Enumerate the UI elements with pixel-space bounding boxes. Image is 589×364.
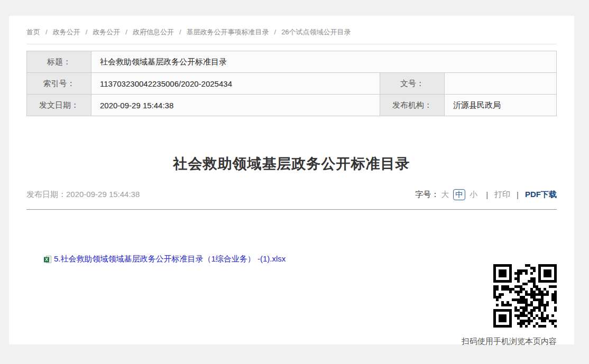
print-button[interactable]: 打印 (494, 190, 510, 200)
breadcrumb-item-pilot-catalog[interactable]: 26个试点领域公开目录 (281, 28, 351, 36)
qr-code (493, 264, 557, 328)
font-size-label: 字号： (415, 190, 439, 200)
font-size-medium-button[interactable]: 中 (453, 189, 465, 200)
publish-date: 发布日期：2020-09-29 15:44:38 (26, 190, 140, 200)
breadcrumb-item-zwgk-2[interactable]: 政务公开 (93, 28, 120, 36)
breadcrumb: 首页/政务公开/政务公开/政府信息公开/基层政务公开事项标准目录/26个试点领域… (26, 16, 557, 44)
attachment-label: 5.社会救助领域领域基层政务公开标准目录（1综合业务） -(1).xlsx (54, 254, 286, 264)
table-row-index: 索引号： 113703230042235006/2020-2025434 文号： (27, 73, 557, 95)
article-body: X 5.社会救助领域领域基层政务公开标准目录（1综合业务） -(1).xlsx … (26, 210, 557, 348)
toolbar-separator: | (486, 190, 488, 199)
breadcrumb-item-gov-info[interactable]: 政府信息公开 (133, 28, 174, 36)
publish-date-value: 2020-09-29 15:44:38 (66, 190, 140, 199)
font-size-large-button[interactable]: 大 (441, 190, 449, 200)
pdf-download-button[interactable]: PDF下载 (525, 190, 557, 200)
breadcrumb-separator: / (125, 28, 127, 36)
breadcrumb-separator: / (274, 28, 277, 36)
index-number-label: 索引号： (27, 73, 91, 95)
agency-label: 发布机构： (380, 95, 445, 116)
table-row-title: 标题： 社会救助领域基层政务公开标准目录 (27, 51, 557, 73)
breadcrumb-separator: / (179, 28, 181, 36)
toolbar: 字号： 大 中 小 | 打印 | PDF下载 (415, 189, 557, 200)
breadcrumb-item-zwgk-1[interactable]: 政务公开 (53, 28, 80, 36)
breadcrumb-separator: / (45, 28, 48, 36)
issue-date-value: 2020-09-29 15:44:38 (91, 95, 380, 116)
breadcrumb-item-standard-catalog[interactable]: 基层政务公开事项标准目录 (187, 28, 269, 36)
doc-number-value (445, 73, 557, 95)
attachment-link[interactable]: X 5.社会救助领域领域基层政务公开标准目录（1综合业务） -(1).xlsx (43, 254, 286, 264)
doc-number-label: 文号： (380, 73, 445, 95)
issue-date-label: 发文日期： (27, 95, 91, 116)
agency-value: 沂源县民政局 (445, 95, 557, 116)
title-label: 标题： (27, 51, 91, 73)
qr-caption: 扫码使用手机浏览本页内容 (462, 337, 557, 347)
svg-text:X: X (45, 257, 48, 262)
toolbar-separator: | (517, 190, 519, 199)
page-title: 社会救助领域基层政务公开标准目录 (26, 154, 557, 173)
title-value: 社会救助领域基层政务公开标准目录 (91, 51, 557, 73)
article-meta-row: 发布日期：2020-09-29 15:44:38 字号： 大 中 小 | 打印 … (26, 189, 557, 200)
publish-date-label: 发布日期： (26, 190, 66, 199)
font-size-small-button[interactable]: 小 (470, 190, 477, 200)
excel-file-icon: X (43, 255, 52, 264)
breadcrumb-separator: / (86, 28, 88, 36)
table-row-date: 发文日期： 2020-09-29 15:44:38 发布机构： 沂源县民政局 (27, 95, 557, 116)
qr-code-box: 扫码使用手机浏览本页内容 (462, 264, 557, 347)
content-card: 首页/政务公开/政务公开/政府信息公开/基层政务公开事项标准目录/26个试点领域… (9, 16, 574, 344)
index-number-value: 113703230042235006/2020-2025434 (91, 73, 380, 95)
document-info-table: 标题： 社会救助领域基层政务公开标准目录 索引号： 11370323004223… (26, 51, 557, 116)
breadcrumb-item-home[interactable]: 首页 (26, 28, 40, 36)
